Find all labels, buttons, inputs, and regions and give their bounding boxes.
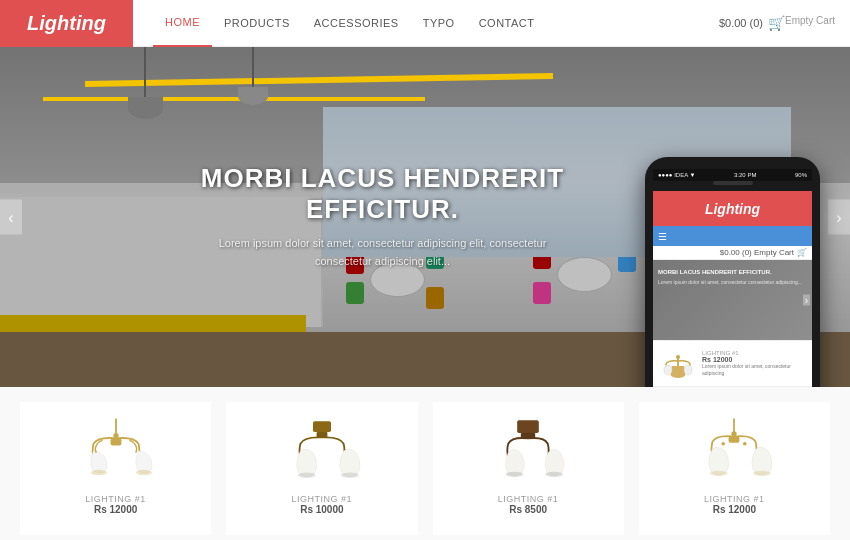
svg-rect-22: [729, 436, 740, 442]
phone-speaker: [713, 181, 753, 185]
product-sconce-mixed: [689, 413, 779, 488]
svg-point-21: [753, 470, 771, 475]
cart-label: Empty Cart: [785, 15, 835, 26]
product-label-3: LIGHTING #1: [498, 494, 559, 504]
svg-point-23: [722, 441, 726, 445]
svg-point-2: [676, 355, 680, 359]
product-sconce-white: [277, 413, 367, 488]
hero-section: MORBI LACUS HENDRERIT EFFICITUR. Lorem i…: [0, 47, 850, 387]
product-card-3[interactable]: LIGHTING #1 Rs 8500: [433, 402, 624, 535]
svg-rect-10: [313, 421, 331, 432]
svg-point-16: [506, 471, 524, 476]
svg-point-20: [710, 470, 728, 475]
nav-item-contact[interactable]: CONTACT: [467, 0, 547, 47]
product-label-4: LIGHTING #1: [704, 494, 765, 504]
product-label-2: LIGHTING #1: [292, 494, 353, 504]
svg-rect-9: [110, 438, 121, 445]
phone-status-bar: ●●●● IDEA ▼ 3:20 PM 90%: [653, 169, 812, 181]
product-label-1: LIGHTING #1: [85, 494, 146, 504]
phone-cart-icon: 🛒: [797, 248, 807, 257]
logo-area[interactable]: Lighting: [0, 0, 133, 47]
product-price-2: Rs 10000: [300, 504, 343, 515]
header: Lighting HOME PRODUCTS ACCESSORIES TYPO …: [0, 0, 850, 47]
phone-cart-bar[interactable]: $0.00 (0) Empty Cart 🛒: [653, 246, 812, 260]
svg-point-24: [743, 441, 747, 445]
phone-hero-subtitle: Lorem ipsum dolor sit amet, consectetur …: [658, 279, 802, 287]
nav-item-products[interactable]: PRODUCTS: [212, 0, 302, 47]
phone-hero-text: MORBI LACUS HENDRERIT EFFICITUR. Lorem i…: [658, 268, 802, 287]
cart-area[interactable]: $0.00 (0) 🛒 Empty Cart: [719, 15, 850, 31]
svg-point-12: [298, 472, 316, 477]
product-image-1: [71, 410, 161, 490]
nav: HOME PRODUCTS ACCESSORIES TYPO CONTACT: [133, 0, 719, 47]
svg-point-3: [664, 365, 672, 375]
nav-item-home[interactable]: HOME: [153, 0, 212, 47]
phone-logo: Lighting: [705, 201, 760, 217]
hero-title: MORBI LACUS HENDRERIT EFFICITUR.: [170, 163, 595, 225]
phone-outer: ●●●● IDEA ▼ 3:20 PM 90% Lighting ☰ $0.00…: [645, 157, 820, 387]
svg-point-7: [90, 469, 106, 474]
cart-amount: $0.00 (0): [719, 17, 763, 29]
svg-point-8: [135, 469, 151, 474]
nav-item-typo[interactable]: TYPO: [411, 0, 467, 47]
product-price-3: Rs 8500: [509, 504, 547, 515]
nav-item-accessories[interactable]: ACCESSORIES: [302, 0, 411, 47]
product-sconce-brown: [483, 413, 573, 488]
product-image-3: [483, 410, 573, 490]
phone-product-preview: LIGHTING #1 Rs 12000 Lorem ipsum dolor s…: [653, 340, 812, 386]
phone-carrier: ●●●● IDEA ▼: [658, 172, 695, 178]
logo-text: Lighting: [27, 12, 106, 35]
phone-time: 3:20 PM: [734, 172, 756, 178]
phone-battery: 90%: [795, 172, 807, 178]
product-sconce-gold: [71, 413, 161, 488]
product-card-1[interactable]: LIGHTING #1 Rs 12000: [20, 402, 211, 535]
phone-screen: Lighting ☰ $0.00 (0) Empty Cart 🛒 MORBI …: [653, 191, 812, 387]
svg-point-17: [545, 471, 563, 476]
product-price-4: Rs 12000: [713, 504, 756, 515]
hero-prev-button[interactable]: ‹: [0, 200, 22, 235]
product-card-2[interactable]: LIGHTING #1 Rs 10000: [226, 402, 417, 535]
phone-bottom-nav: ‹ › ⌂ 📖 ↗: [653, 386, 812, 387]
hero-next-button[interactable]: ›: [828, 200, 850, 235]
phone-mockup: ●●●● IDEA ▼ 3:20 PM 90% Lighting ☰ $0.00…: [645, 157, 820, 387]
product-image-4: [689, 410, 779, 490]
svg-point-4: [684, 365, 692, 375]
phone-hero-next-icon[interactable]: ›: [803, 295, 810, 306]
phone-nav-bar[interactable]: ☰: [653, 226, 812, 246]
svg-rect-14: [517, 420, 539, 433]
cart-icon: 🛒: [768, 15, 785, 31]
phone-header: Lighting: [653, 191, 812, 226]
svg-point-13: [341, 472, 359, 477]
hero-text-area: MORBI LACUS HENDRERIT EFFICITUR. Lorem i…: [170, 163, 595, 270]
product-price-1: Rs 12000: [94, 504, 137, 515]
hero-subtitle: Lorem ipsum dolor sit amet, consectetur …: [170, 235, 595, 270]
product-image-2: [277, 410, 367, 490]
products-section: LIGHTING #1 Rs 12000 LIGHTING #1 Rs 1000…: [0, 387, 850, 540]
phone-product-info: LIGHTING #1 Rs 12000 Lorem ipsum dolor s…: [698, 350, 807, 377]
phone-cart-text: $0.00 (0) Empty Cart: [720, 248, 794, 257]
product-card-4[interactable]: LIGHTING #1 Rs 12000: [639, 402, 830, 535]
phone-product-icon: [658, 346, 698, 381]
phone-menu-icon: ☰: [658, 231, 667, 242]
phone-hero-area: MORBI LACUS HENDRERIT EFFICITUR. Lorem i…: [653, 260, 812, 340]
